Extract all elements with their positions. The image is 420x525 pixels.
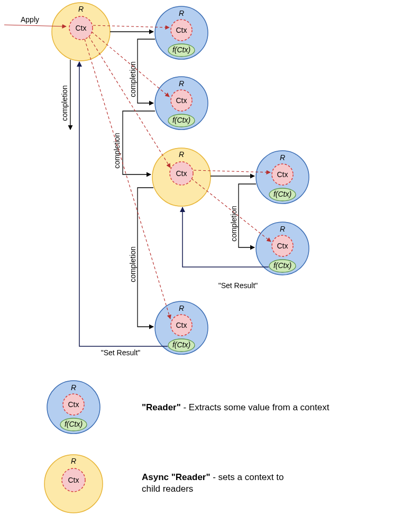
reader-node-3a: R Ctx f(Ctx)	[256, 151, 309, 204]
completion-arrow-3a-3b	[239, 184, 256, 247]
legend-reader-title: "Reader"	[142, 402, 181, 412]
nested-async-reader-node: R Ctx	[152, 148, 211, 206]
node-label-R: R	[179, 9, 184, 17]
legend-async-title: Async "Reader"	[142, 472, 211, 482]
ctx-label: Ctx	[277, 242, 288, 250]
reader-node-2: R Ctx f(Ctx)	[155, 77, 208, 130]
ctx-label: Ctx	[176, 169, 187, 178]
ctx-label: Ctx	[176, 321, 187, 329]
set-result-arrow-nested	[182, 207, 269, 267]
set-result-label: "Set Result"	[101, 348, 141, 357]
fctx-label: f(Ctx)	[172, 45, 190, 54]
completion-label: completion	[60, 85, 69, 121]
ctx-label: Ctx	[68, 476, 79, 484]
set-result-arrow-root	[79, 62, 168, 346]
fctx-label: f(Ctx)	[172, 340, 190, 349]
fctx-label: f(Ctx)	[273, 190, 291, 198]
node-label-R: R	[71, 457, 76, 465]
fctx-label: f(Ctx)	[273, 261, 291, 270]
legend-reader-node: R Ctx f(Ctx)	[47, 381, 100, 434]
ctx-label: Ctx	[176, 26, 187, 34]
completion-arrow-1-2	[138, 39, 155, 103]
ctx-label: Ctx	[68, 400, 79, 409]
node-label-R: R	[179, 79, 184, 88]
apply-label: Apply	[21, 15, 39, 24]
ctx-label: Ctx	[176, 96, 187, 105]
legend-reader-text: "Reader" - Extracts some value from a co…	[142, 402, 330, 412]
node-label-R: R	[280, 225, 285, 233]
completion-arrow-3-4	[138, 188, 153, 327]
node-label-R: R	[179, 304, 184, 312]
completion-label: completion	[230, 206, 238, 242]
legend-async-text: Async "Reader" - sets a context to child…	[142, 472, 286, 494]
node-label-R: R	[179, 150, 184, 159]
fctx-label: f(Ctx)	[65, 420, 83, 428]
legend-async-reader-node: R Ctx	[44, 455, 103, 513]
completion-label: completion	[113, 133, 121, 169]
ctx-label: Ctx	[76, 24, 87, 32]
root-async-reader-node: R Ctx	[52, 3, 110, 61]
fctx-label: f(Ctx)	[172, 116, 190, 124]
node-label-R: R	[78, 5, 84, 13]
node-label-R: R	[280, 153, 285, 162]
legend-reader-desc: - Extracts some value from a context	[181, 402, 330, 412]
reader-node-1: R Ctx f(Ctx)	[155, 6, 208, 59]
legend-async-desc-1: - sets a context to	[211, 472, 284, 482]
completion-arrow-2-3	[123, 111, 155, 174]
set-result-label: "Set Result"	[218, 281, 258, 290]
completion-label: completion	[129, 61, 137, 97]
node-label-R: R	[71, 383, 76, 392]
ctx-label: Ctx	[277, 170, 288, 179]
completion-label: completion	[129, 246, 137, 282]
